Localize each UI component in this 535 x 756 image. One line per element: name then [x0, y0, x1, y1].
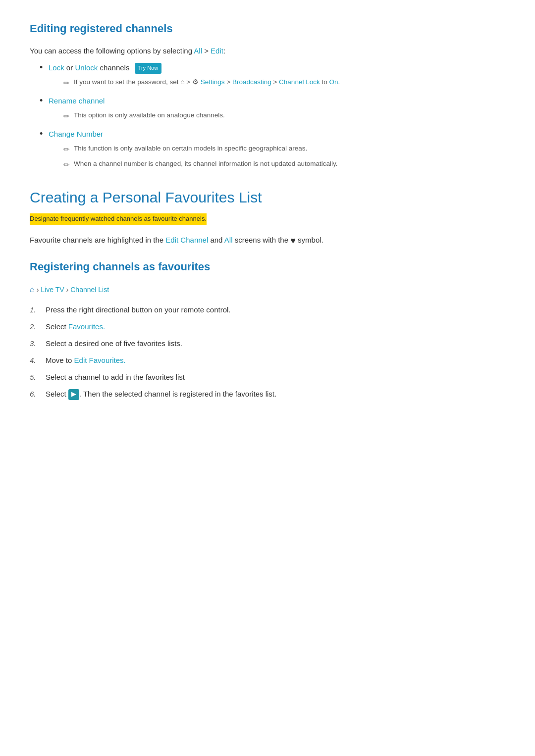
lock-note: ✏ If you want to set the password, set ⌂… — [63, 77, 505, 89]
edit-favourites-link: Edit Favourites. — [74, 356, 126, 364]
editing-options-list: Lock or Unlock channels Try Now ✏ If you… — [40, 62, 505, 171]
section1-heading: Editing registered channels — [30, 20, 505, 37]
unlock-label: Unlock — [75, 63, 98, 72]
change-number-label: Change Number — [49, 130, 103, 138]
step-3: 3. Select a desired one of five favorite… — [30, 338, 505, 350]
settings-label: Settings — [201, 78, 225, 86]
channel-list-link: Channel List — [70, 284, 109, 295]
heart-icon: ♥ — [290, 236, 296, 246]
pencil-icon-4: ✏ — [63, 159, 70, 171]
section2-heading: Creating a Personal Favourites List — [30, 186, 505, 209]
rename-channel-item: Rename channel ✏ This option is only ava… — [40, 95, 505, 122]
settings-icon-inline: ⚙ — [192, 78, 199, 86]
step-6: 6. Select ▶. Then the selected channel i… — [30, 388, 505, 400]
all-screens-link: All — [224, 236, 233, 244]
section2-para: Favourite channels are highlighted in th… — [30, 234, 505, 248]
broadcasting-label: Broadcasting — [232, 78, 271, 86]
rename-note: ✏ This option is only available on analo… — [63, 110, 505, 122]
step-4: 4. Move to Edit Favourites. — [30, 354, 505, 366]
favourites-link: Favourites. — [68, 322, 105, 331]
home-nav-icon: ⌂ — [30, 283, 35, 296]
editing-channels-section: Editing registered channels You can acce… — [30, 20, 505, 171]
section3-heading: Registering channels as favourites — [30, 258, 505, 275]
rename-label: Rename channel — [49, 97, 105, 105]
pencil-icon-2: ✏ — [63, 110, 70, 122]
try-now-badge[interactable]: Try Now — [135, 63, 162, 74]
steps-list: 1. Press the right directional button on… — [30, 304, 505, 400]
lock-label: Lock — [49, 63, 64, 72]
breadcrumb-nav: ⌂ › Live TV › Channel List — [30, 283, 505, 296]
home-icon-inline: ⌂ — [180, 78, 184, 86]
pencil-icon-3: ✏ — [63, 144, 70, 155]
on-label: On — [329, 78, 338, 86]
lock-unlock-item: Lock or Unlock channels Try Now ✏ If you… — [40, 62, 505, 89]
channel-lock-label: Channel Lock — [279, 78, 320, 86]
favourites-list-section: Creating a Personal Favourites List Desi… — [30, 186, 505, 248]
live-tv-link: Live TV — [41, 284, 64, 295]
registering-channels-section: Registering channels as favourites ⌂ › L… — [30, 258, 505, 400]
change-number-note1: ✏ This function is only available on cer… — [63, 143, 505, 155]
section2-subtitle: Designate frequently watched channels as… — [30, 213, 207, 225]
change-number-item: Change Number ✏ This function is only av… — [40, 128, 505, 171]
change-number-note2: ✏ When a channel number is changed, its … — [63, 158, 505, 171]
edit-link: Edit — [211, 47, 223, 55]
step-5: 5. Select a channel to add in the favori… — [30, 371, 505, 383]
edit-channel-link: Edit Channel — [165, 236, 208, 244]
register-icon-btn: ▶ — [68, 389, 79, 400]
all-link: All — [194, 47, 202, 55]
pencil-icon: ✏ — [63, 77, 70, 89]
step-1: 1. Press the right directional button on… — [30, 304, 505, 316]
step-2: 2. Select Favourites. — [30, 321, 505, 333]
section1-intro: You can access the following options by … — [30, 45, 505, 57]
